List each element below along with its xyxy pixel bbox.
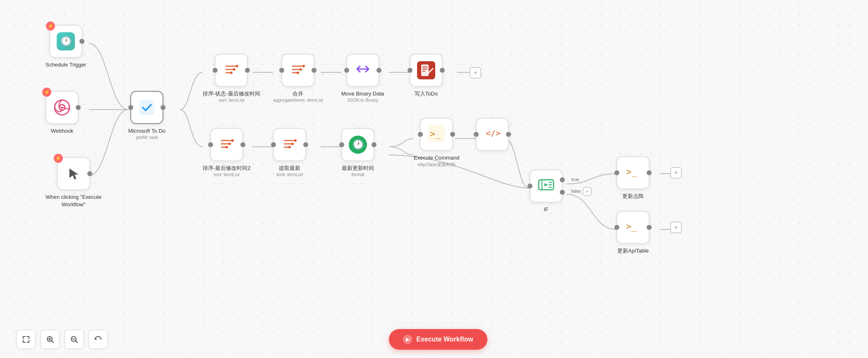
latest-update-time-icon: 🕐 [349,136,367,154]
sort1-node[interactable]: 排序-状态-最后修改时间 sort: itemList [203,54,260,103]
svg-text:>_: >_ [626,167,637,177]
expand-button[interactable] [17,330,36,349]
write-todo-left-connector [408,68,412,73]
workflow-canvas: ⚡ 🕐 Schedule Trigger ⚡ Webhook ⚡ [0,0,868,358]
merge-node[interactable]: 合并 aggregateItems: itemList [273,54,323,103]
toolbar: ▶ Execute Workflow [0,329,868,350]
update-apitable-right-connector [647,225,652,230]
webhook-right-connector [76,105,81,110]
if-label: IF [544,206,549,213]
svg-point-8 [233,68,235,71]
todo-right-connector [161,105,165,110]
move-binary-node[interactable]: Move Binary Data JSON to Binary [341,54,384,103]
svg-point-25 [228,143,231,145]
write-todo-right-connector [440,68,445,73]
write-todo-plus-btn[interactable]: + [470,67,481,79]
zoom-out-button[interactable] [65,330,84,349]
webhook-label: Webhook [51,127,74,135]
merge-right-connector [312,68,317,73]
microsoft-todo-label: Microsoft To Do [128,127,165,135]
update-apitable-icon: >_ [625,218,641,237]
update-apitable-left-connector [614,225,619,230]
sort1-sublabel: sort: itemList [218,98,244,103]
extract-latest-sublabel: limit: itemList [276,172,303,177]
schedule-right-connector [79,39,84,44]
trigger-bolt-schedule: ⚡ [46,21,55,31]
microsoft-todo-node[interactable]: Microsoft To Do getAll: task [128,91,165,140]
exec-cmd-node[interactable]: >_ Execute Command 4ApiTable更新时间 [414,118,460,168]
latest-update-left-connector [339,142,344,147]
webhook-node[interactable]: ⚡ Webhook [46,91,79,135]
extract-latest-label: 提取最新 [279,165,300,172]
code-node[interactable]: </> [476,118,509,151]
if-icon [537,176,555,197]
sort1-right-connector [245,68,250,73]
toolbar-left [17,330,108,349]
svg-line-44 [52,341,54,343]
update-apitable-plus-btn[interactable]: + [670,222,682,233]
code-left-connector [474,132,479,137]
svg-point-7 [236,65,238,67]
execute-workflow-trigger-label: When clicking "ExecuteWorkflow" [46,193,101,208]
sort1-left-connector [213,68,218,73]
svg-text:</>: </> [486,128,501,138]
svg-point-24 [231,139,234,142]
schedule-icon: 🕐 [57,32,75,50]
write-todo-node[interactable]: 写入ToDo [410,54,443,98]
webhook-icon [53,98,71,117]
exec-cmd-label: Execute Command [414,154,460,162]
if-false-label: false [571,189,581,193]
if-false-plus-btn[interactable]: + [583,187,592,196]
svg-text:>_: >_ [626,221,637,232]
svg-point-14 [300,68,302,71]
sort2-right-connector [240,142,245,147]
reset-button[interactable] [89,330,108,349]
zoom-in-button[interactable] [41,330,60,349]
execute-trigger-right-connector [87,171,92,176]
merge-left-connector [279,68,284,73]
microsoft-todo-icon [138,98,156,117]
todo-left-connector [128,105,133,110]
write-todo-label: 写入ToDo [415,90,438,98]
code-icon: </> [484,125,501,144]
svg-rect-3 [139,100,154,115]
execute-workflow-label: Execute Workflow [416,336,473,343]
update-array-right-connector [647,170,652,175]
exec-cmd-right-connector [450,132,455,137]
svg-point-31 [291,143,294,145]
schedule-trigger-node[interactable]: ⚡ 🕐 Schedule Trigger [46,25,86,69]
if-false-connector [560,190,565,195]
execute-workflow-button[interactable]: ▶ Execute Workflow [389,329,487,350]
cursor-icon [65,165,83,183]
move-binary-left-connector [344,68,349,73]
svg-point-26 [225,146,228,148]
sort2-left-connector [208,142,213,147]
move-binary-icon [355,61,371,79]
execute-workflow-trigger-node[interactable]: ⚡ When clicking "ExecuteWorkflow" [46,157,101,208]
sort1-icon [224,62,239,79]
latest-update-time-node[interactable]: 🕐 最新更新时间 format [341,128,374,177]
svg-line-48 [76,341,78,343]
update-array-icon: >_ [625,164,641,182]
update-array-node[interactable]: >_ 更新点阵 [616,156,650,200]
if-node[interactable]: IF true false + [530,169,563,213]
svg-text:>_: >_ [430,129,441,139]
write-todo-icon [417,61,435,79]
sort2-node[interactable]: 排序-最后修改时间2 sort: itemList [203,128,251,177]
svg-rect-17 [421,64,429,76]
latest-update-time-label: 最新更新时间 [342,165,374,172]
move-binary-sublabel: JSON to Binary [347,98,379,103]
code-right-connector [506,132,511,137]
update-array-plus-btn[interactable]: + [670,167,682,179]
update-apitable-node[interactable]: >_ 更新ApiTable [616,211,650,255]
sort2-sublabel: sort: itemList [214,172,240,177]
extract-latest-left-connector [271,142,276,147]
svg-point-9 [230,72,233,74]
latest-update-time-sublabel: format [351,172,364,177]
trigger-bolt-execute: ⚡ [54,154,63,163]
if-true-label: true [571,177,579,182]
svg-point-32 [288,146,291,148]
update-array-left-connector [614,170,619,175]
sort2-icon [219,136,234,153]
extract-latest-node[interactable]: 提取最新 limit: itemList [273,128,306,177]
